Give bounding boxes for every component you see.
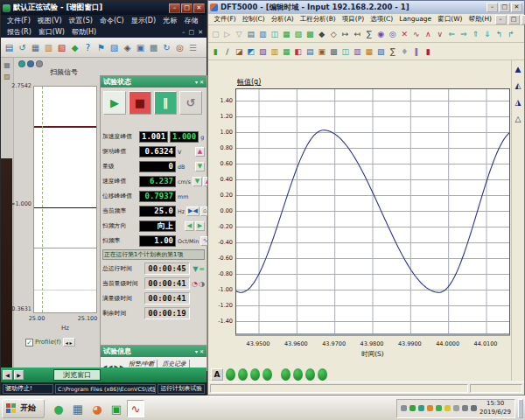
menu-item[interactable]: 设置(S) — [66, 16, 96, 25]
mdi-minimize-button[interactable]: – — [181, 29, 186, 36]
tray-volume-icon[interactable] — [471, 405, 477, 411]
menu-item[interactable]: 存储 — [180, 16, 201, 25]
taskbar-clock[interactable]: 15:30 2019/6/29 — [480, 400, 511, 416]
mute-icon[interactable]: ♦ — [399, 46, 410, 58]
calc-1-icon[interactable]: ◫ — [340, 46, 352, 58]
menu-item[interactable]: 光标 — [159, 16, 180, 25]
mdi-close-button[interactable]: ✕ — [522, 15, 525, 24]
help-icon[interactable]: ? — [82, 41, 94, 54]
menu-item[interactable]: 文件(F) — [211, 15, 239, 24]
tray-signal-icon[interactable] — [462, 405, 468, 411]
menu-item[interactable]: 帮助(H) — [466, 15, 495, 24]
calc-3-icon[interactable]: ▦ — [364, 46, 375, 58]
chart-prev-button[interactable] — [18, 60, 25, 67]
level-up-button[interactable]: ▲ — [195, 147, 205, 157]
menu-item[interactable]: 文件(F) — [4, 16, 34, 25]
new-icon[interactable]: ▢ — [210, 28, 221, 40]
nav-left-icon[interactable]: ⇐ — [446, 28, 458, 40]
hand-icon[interactable]: ☰ — [187, 41, 199, 54]
nav-down-icon[interactable]: ⇓ — [482, 28, 494, 40]
cut-x-icon[interactable]: ✕ — [399, 28, 410, 40]
clock-icon[interactable]: ◔ — [192, 280, 198, 288]
tray-antivirus-icon[interactable] — [436, 405, 442, 411]
close-button[interactable]: ✕ — [511, 3, 522, 12]
search-icon[interactable]: ◎ — [174, 41, 186, 54]
mdi-restore-button[interactable]: □ — [188, 29, 196, 36]
menu-item[interactable]: 视图(V) — [34, 16, 66, 25]
app-sphere-icon[interactable]: ◕ — [88, 400, 106, 417]
tab-browse-window[interactable]: 浏览窗口 — [53, 369, 101, 381]
print-icon[interactable]: ▤ — [246, 28, 257, 40]
device-icon[interactable]: ▩ — [148, 41, 159, 54]
minimize-button[interactable]: – — [486, 3, 498, 12]
graph-icon[interactable]: ▦ — [281, 46, 292, 58]
pen-tool-icon[interactable]: ∕ — [222, 46, 234, 58]
restart-button[interactable]: ↺ — [179, 91, 202, 115]
freq-hold-button[interactable]: ▶◀ — [186, 206, 200, 216]
close-button[interactable]: ✕ — [193, 4, 205, 13]
channel-a-button[interactable]: A — [211, 368, 223, 381]
sweep-left-button[interactable]: ◀ — [185, 221, 194, 231]
vcs-titlebar[interactable]: 默认正弦试验 - [谱图窗口] –□✕ — [1, 1, 206, 15]
tray-network-icon[interactable] — [418, 405, 424, 411]
app-vcs-icon[interactable]: ● — [50, 400, 67, 417]
tray-camera-icon[interactable] — [401, 405, 407, 411]
filter-1-icon[interactable]: ∿ — [411, 28, 423, 40]
band-icon[interactable]: ▮ — [210, 46, 221, 58]
copy-icon[interactable]: ▥ — [43, 41, 54, 54]
mdi-minimize-button[interactable]: – — [495, 15, 507, 24]
save-icon[interactable]: ▽ — [234, 28, 245, 40]
channel-indicator-7[interactable] — [305, 368, 315, 381]
channel-indicator-6[interactable] — [293, 368, 303, 381]
octave-icon[interactable]: ◧ — [293, 46, 304, 58]
cursor-icon[interactable]: ◆ — [317, 28, 328, 40]
pause-acq-icon[interactable]: ‖ — [411, 46, 423, 58]
channel-indicator-4[interactable] — [262, 368, 272, 381]
undo-icon[interactable]: ↺ — [17, 41, 28, 54]
panel-header-controls[interactable]: ▾ ✕ — [195, 348, 204, 354]
edit-icon[interactable]: ◆ — [69, 41, 80, 54]
flag-icon[interactable]: ⚑ — [95, 41, 107, 54]
chart-next-button[interactable] — [27, 60, 34, 67]
menu-item[interactable]: 帮助(H) — [68, 27, 100, 37]
tray-update-icon[interactable] — [427, 405, 433, 411]
calc-4-icon[interactable]: ▧ — [375, 46, 387, 58]
nav-right-icon[interactable]: ⇒ — [458, 28, 470, 40]
menu-item[interactable]: 工程分析(B) — [297, 15, 339, 24]
rotate-left-icon[interactable]: ↰ — [494, 28, 505, 40]
app-windows-icon[interactable]: ▣ — [108, 400, 125, 417]
window-icon[interactable]: ▤ — [304, 46, 316, 58]
menu-item[interactable]: 选项(C) — [368, 15, 396, 24]
maximize-button[interactable]: □ — [181, 4, 192, 13]
spectrum-icon[interactable]: ▨ — [257, 46, 269, 58]
channel-indicator-1[interactable] — [226, 368, 235, 381]
timer-export-icon[interactable]: ▼ — [192, 265, 198, 273]
shrink-x-icon[interactable]: ↤ — [352, 28, 363, 40]
menu-item[interactable]: 显示(D) — [128, 16, 159, 25]
wave-edit-icon[interactable]: ◪ — [234, 46, 245, 58]
grid-icon[interactable]: ▩ — [328, 46, 340, 58]
nav-up-icon[interactable]: ⇑ — [470, 28, 481, 40]
menu-item[interactable]: 窗口(W) — [435, 15, 466, 24]
chart-menu-button[interactable] — [36, 60, 43, 67]
dock-chart-icon[interactable]: ▦ — [4, 61, 10, 69]
filter-3-icon[interactable]: ∨ — [435, 28, 446, 40]
sweep-right-button[interactable]: ▶ — [195, 221, 205, 231]
pen-icon[interactable]: ◈ — [122, 41, 133, 54]
save-icon[interactable]: ▤ — [4, 41, 15, 54]
harmonic-cursor-icon[interactable]: ◭ — [515, 81, 522, 90]
start-button[interactable]: ▶ — [103, 91, 126, 115]
layout-1-icon[interactable]: ▦ — [281, 28, 292, 40]
mdi-close-button[interactable]: ✕ — [197, 29, 204, 36]
show-desktop-button[interactable] — [518, 399, 523, 418]
export-pdf-icon[interactable]: ▧ — [56, 41, 67, 54]
menu-item[interactable]: 控制(C) — [239, 15, 268, 24]
sigma-icon[interactable]: ∑ — [388, 46, 399, 58]
tab-alarm-abort[interactable]: 报警/中断 — [126, 360, 158, 368]
timer-list-icon[interactable]: ≡ — [199, 265, 205, 273]
layout-3-icon[interactable]: ▩ — [304, 28, 316, 40]
menu-item[interactable]: 分析(A) — [268, 15, 297, 24]
pause-button[interactable]: ‖ — [154, 91, 177, 115]
print-icon[interactable]: ▦ — [30, 41, 41, 54]
menu-item[interactable]: Language — [396, 15, 435, 24]
